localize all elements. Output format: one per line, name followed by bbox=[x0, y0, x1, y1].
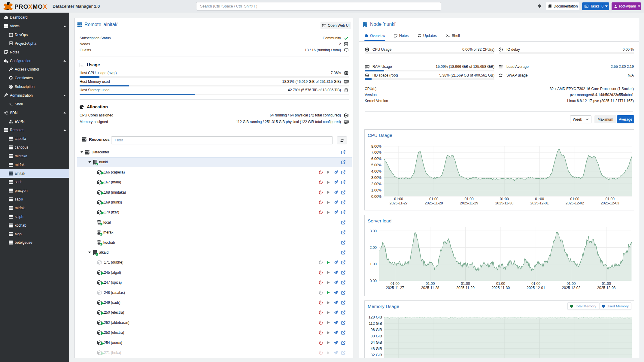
svg-text:PROXMOX: PROXMOX bbox=[14, 3, 47, 10]
svg-text:80 GiB: 80 GiB bbox=[371, 334, 382, 338]
svg-text:1.00: 1.00 bbox=[370, 262, 377, 266]
svg-text:2025-11-29: 2025-11-29 bbox=[460, 201, 478, 205]
svg-text:2025-11-27: 2025-11-27 bbox=[390, 201, 408, 205]
svg-text:01:00: 01:00 bbox=[461, 282, 470, 286]
svg-text:2025-11-28: 2025-11-28 bbox=[421, 286, 439, 290]
svg-text:01:00: 01:00 bbox=[606, 197, 615, 201]
svg-text:01:00: 01:00 bbox=[535, 197, 544, 201]
svg-text:96 GiB: 96 GiB bbox=[371, 328, 382, 332]
svg-text:4.00%: 4.00% bbox=[371, 169, 381, 173]
svg-text:2.00: 2.00 bbox=[370, 246, 377, 250]
svg-text:2025-12-01: 2025-12-01 bbox=[530, 201, 549, 205]
svg-text:3.00: 3.00 bbox=[370, 229, 377, 233]
svg-text:128 GiB: 128 GiB bbox=[369, 315, 382, 319]
svg-text:01:00: 01:00 bbox=[465, 197, 474, 201]
svg-text:2025-12-01: 2025-12-01 bbox=[527, 286, 545, 290]
svg-text:2025-12-02: 2025-12-02 bbox=[562, 286, 581, 290]
svg-text:32 GiB: 32 GiB bbox=[371, 353, 382, 357]
svg-text:01:00: 01:00 bbox=[496, 282, 505, 286]
svg-text:2025-11-29: 2025-11-29 bbox=[456, 286, 475, 290]
svg-text:0.00: 0.00 bbox=[370, 279, 377, 283]
svg-text:2.00%: 2.00% bbox=[371, 182, 381, 186]
svg-text:2025-11-28: 2025-11-28 bbox=[425, 201, 443, 205]
svg-text:6.00%: 6.00% bbox=[371, 157, 381, 161]
svg-text:01:00: 01:00 bbox=[531, 282, 540, 286]
svg-text:64 GiB: 64 GiB bbox=[371, 340, 382, 345]
svg-text:01:00: 01:00 bbox=[500, 197, 509, 201]
svg-text:01:00: 01:00 bbox=[390, 282, 399, 286]
svg-text:8.00%: 8.00% bbox=[371, 144, 381, 149]
svg-text:2025-11-30: 2025-11-30 bbox=[495, 201, 514, 205]
svg-text:01:00: 01:00 bbox=[602, 282, 611, 286]
svg-text:48 GiB: 48 GiB bbox=[371, 347, 382, 351]
svg-text:01:00: 01:00 bbox=[570, 197, 579, 201]
svg-text:2025-11-30: 2025-11-30 bbox=[492, 286, 510, 290]
svg-text:3.00%: 3.00% bbox=[371, 176, 381, 180]
svg-text:0.00%: 0.00% bbox=[371, 195, 381, 199]
svg-text:7.00%: 7.00% bbox=[371, 150, 381, 155]
svg-text:2025-12-03: 2025-12-03 bbox=[601, 201, 619, 205]
svg-text:01:00: 01:00 bbox=[426, 282, 435, 286]
svg-text:1.00%: 1.00% bbox=[371, 188, 381, 192]
svg-text:01:00: 01:00 bbox=[567, 282, 576, 286]
svg-text:5.00%: 5.00% bbox=[371, 163, 381, 167]
svg-text:112 GiB: 112 GiB bbox=[369, 321, 382, 326]
svg-text:2025-11-27: 2025-11-27 bbox=[386, 286, 404, 290]
svg-text:2025-12-02: 2025-12-02 bbox=[566, 201, 584, 205]
svg-text:01:00: 01:00 bbox=[394, 197, 403, 201]
svg-text:2025-12-03: 2025-12-03 bbox=[597, 286, 616, 290]
svg-text:01:00: 01:00 bbox=[429, 197, 438, 201]
